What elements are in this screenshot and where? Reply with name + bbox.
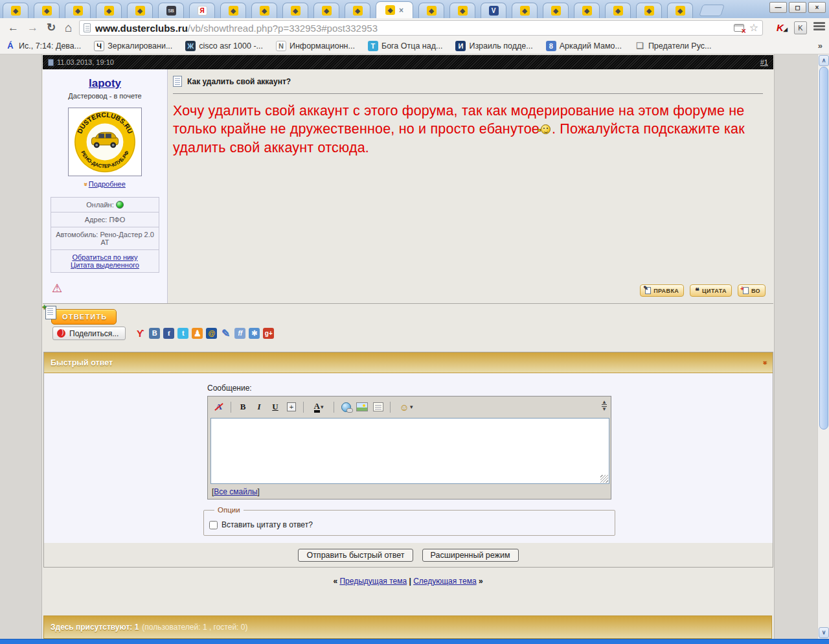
insert-link-button[interactable] [339, 400, 353, 414]
all-smilies-link[interactable]: Все смайлы [214, 487, 257, 496]
browser-tab[interactable]: ◆ [636, 3, 662, 18]
bookmark-item[interactable]: T Бога Отца над... [368, 41, 442, 51]
social-icon[interactable]: ✎ [220, 328, 231, 339]
scroll-down-button[interactable]: ∨ [819, 627, 829, 638]
edit-button[interactable]: правка [640, 284, 684, 297]
browser-tab[interactable]: ◆ [127, 3, 153, 18]
underline-button[interactable]: U [268, 400, 282, 414]
home-button[interactable]: ⌂ [65, 20, 72, 36]
multiquote-button[interactable]: во [738, 284, 766, 297]
new-tab-button[interactable] [699, 5, 725, 16]
collapse-icon[interactable]: « [760, 360, 768, 364]
tab-favicon: ◆ [229, 6, 238, 16]
browser-tab[interactable]: ◆ [65, 3, 91, 18]
social-icon[interactable]: ♟ [192, 328, 203, 339]
editor-resize-controls[interactable]: ▲ ▼ [602, 400, 607, 411]
popup-blocked-icon[interactable] [734, 24, 744, 32]
vertical-scrollbar[interactable]: ∧ ∨ [817, 54, 829, 639]
scrollbar-thumb[interactable] [819, 67, 828, 430]
browser-tab[interactable]: Я [189, 3, 215, 18]
bookmark-item[interactable]: 8 Аркадий Мамо... [546, 41, 622, 51]
bookmark-item[interactable]: Ч Зеркалировани... [94, 41, 172, 51]
insert-quote-checkbox[interactable] [209, 521, 218, 529]
user-links-row: Обратиться по нику Цитата выделенного [51, 250, 159, 273]
minimize-button[interactable]: — [769, 2, 787, 13]
insert-image-button[interactable] [355, 400, 369, 414]
resize-grip[interactable] [600, 475, 608, 483]
social-icon[interactable]: f [163, 328, 174, 339]
bookmark-favicon: Ч [94, 41, 104, 51]
social-icon[interactable]: ϒ [135, 328, 146, 339]
browser-tab[interactable]: ◆ [449, 3, 475, 18]
next-thread-link[interactable]: Следующая тема [413, 577, 476, 586]
browser-tab[interactable]: ◆ [3, 3, 28, 18]
browser-tab[interactable]: ◆ [512, 3, 538, 18]
previous-thread-link[interactable]: Предыдущая тема [339, 577, 407, 586]
message-textarea[interactable] [210, 418, 609, 484]
bookmark-item[interactable]: ❏ Предатели Рус... [635, 41, 712, 51]
post-body: lapoty Дастеровод - в почете DUSTERCLUBS… [43, 69, 773, 304]
bookmark-item[interactable]: N Информационн... [276, 41, 355, 51]
quote-button[interactable]: ❝цитата [690, 284, 732, 297]
italic-button[interactable]: I [252, 400, 266, 414]
reload-button[interactable]: ↻ [47, 20, 56, 36]
tab-close-icon[interactable]: × [399, 6, 403, 14]
username-link[interactable]: lapoty [89, 77, 121, 90]
browser-tab[interactable]: ◆ [313, 3, 339, 18]
reply-page-icon [45, 306, 56, 319]
browser-tab[interactable]: ◆ [418, 3, 444, 18]
close-button[interactable]: × [808, 2, 826, 13]
page-area: 11.03.2013, 19:10 #1 lapoty Дастеровод -… [0, 54, 829, 644]
bookmark-star-icon[interactable]: ☆ [749, 23, 758, 33]
restore-button[interactable]: ◻ [789, 2, 806, 13]
bookmark-label: Информационн... [290, 41, 355, 51]
browser-tab[interactable]: ◆ [220, 3, 246, 18]
insert-quote-button[interactable] [371, 400, 385, 414]
bookmark-item[interactable]: И Израиль подде... [455, 41, 532, 51]
menu-icon[interactable] [813, 22, 825, 32]
bookmark-item[interactable]: Á Ис., 7:14: Дева... [5, 41, 81, 51]
forward-button[interactable]: → [27, 20, 38, 36]
browser-tab[interactable]: ◆ [345, 3, 370, 18]
bookmarks-overflow-chevron[interactable]: » [818, 41, 823, 51]
social-icon[interactable]: ✻ [249, 328, 260, 339]
social-icon[interactable]: В [149, 328, 160, 339]
browser-tab[interactable]: ◆ [667, 3, 693, 18]
smiley-icon [541, 124, 551, 134]
more-details-link[interactable]: Подробнее [89, 180, 126, 188]
back-button[interactable]: ← [8, 20, 19, 36]
browser-tab[interactable]: ◆ [34, 3, 60, 18]
reply-button[interactable]: ответить [51, 309, 117, 325]
browser-tab[interactable]: ◆ [96, 3, 122, 18]
social-icon[interactable]: t [177, 328, 188, 339]
active-tab[interactable]: ◆ × [376, 1, 413, 18]
avatar[interactable]: DUSTERCLUBS.RU РЕНО-ДАСТЕР-КЛУБ.РФ [68, 108, 142, 176]
post-number-link[interactable]: #1 [760, 58, 768, 66]
advanced-mode-button[interactable]: Расширенный режим [422, 549, 519, 562]
kaspersky-icon[interactable]: K [777, 22, 788, 33]
social-icon[interactable]: g+ [263, 328, 274, 339]
scroll-up-button[interactable]: ∧ [819, 55, 829, 66]
share-button[interactable]: Поделиться... [52, 327, 126, 340]
bookmark-item[interactable]: Ж cisco asr 1000 -... [185, 41, 263, 51]
smilies-button[interactable]: ☺▾ [395, 400, 417, 414]
address-by-nick-link[interactable]: Обратиться по нику [72, 253, 137, 261]
address-bar[interactable]: www.dusterclubs.ru/vb/showthread.php?p=3… [79, 20, 763, 36]
social-icon[interactable]: @ [206, 328, 217, 339]
font-color-button[interactable]: A▾ [308, 400, 329, 414]
social-icon[interactable]: ff [234, 328, 245, 339]
browser-tab[interactable]: ◆ [543, 3, 569, 18]
remove-format-button[interactable]: A [212, 400, 226, 414]
bold-button[interactable]: B [236, 400, 250, 414]
browser-tab[interactable]: ◆ [574, 3, 600, 18]
browser-tab[interactable]: ◆ [282, 3, 308, 18]
browser-tab[interactable]: V [481, 3, 506, 18]
browser-tab[interactable]: SB [158, 3, 184, 18]
quote-selected-link[interactable]: Цитата выделенного [71, 261, 139, 269]
submit-quick-reply-button[interactable]: Отправить быстрый ответ [298, 549, 413, 562]
k-extension-button[interactable]: K [794, 21, 807, 34]
wrap-tags-button[interactable]: + [284, 400, 299, 414]
report-post-icon[interactable]: ⚠ [52, 282, 62, 294]
browser-tab[interactable]: ◆ [605, 3, 631, 18]
browser-tab[interactable]: ◆ [251, 3, 277, 18]
